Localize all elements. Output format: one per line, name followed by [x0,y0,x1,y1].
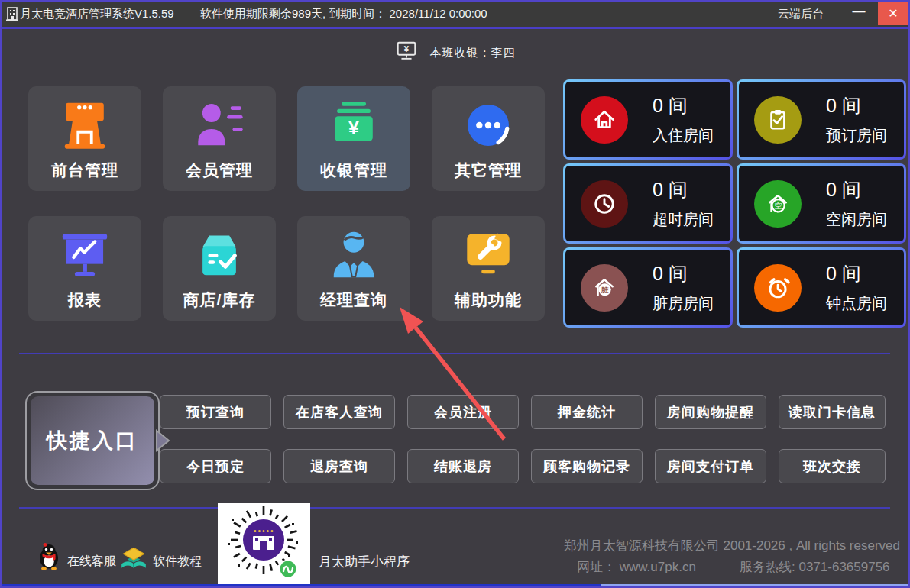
svg-text:空: 空 [775,201,782,209]
manager-icon [327,216,381,289]
status-count: 0 间 [826,261,887,286]
close-button[interactable]: ✕ [878,2,908,25]
alarm-clock-icon [754,264,802,312]
btn-today-reservations[interactable]: 今日预定 [160,449,271,483]
btn-settle-checkout[interactable]: 结账退房 [407,449,519,483]
btn-room-payment-orders[interactable]: 房间支付订单 [655,449,766,483]
status-hourly-rooms[interactable]: 0 间钟点房间 [737,247,906,328]
status-dirty-rooms[interactable]: 脏 0 间脏房房间 [563,247,733,328]
app-logo-icon [5,6,19,24]
hotline-text: 服务热线: 0371-63659756 [740,558,890,576]
tile-front-desk[interactable]: 前台管理 [28,86,141,191]
status-reserved-rooms[interactable]: 0 间预订房间 [737,79,906,160]
status-count: 0 间 [826,177,887,202]
status-label: 空闲房间 [826,209,887,230]
qq-penguin-icon [35,541,63,573]
storefront-icon [58,86,112,160]
divider-bottom [19,507,890,509]
tile-store-inventory[interactable]: 商店/库存 [163,216,276,321]
status-occupied-rooms[interactable]: 0 间入住房间 [563,79,733,160]
clock-icon [581,180,628,228]
quick-buttons-row2: 今日预定 退房查询 结账退房 顾客购物记录 房间支付订单 班次交接 [160,449,886,483]
status-label: 脏房房间 [653,293,714,314]
home-icon [581,96,628,144]
dirty-house-icon: 脏 [581,264,628,312]
btn-reservation-query[interactable]: 预订查询 [160,395,271,429]
titlebar-accent-line [0,27,910,29]
main-menu-grid: 前台管理 会员管理 ¥ 收银管理 其它管理 报表 [28,86,545,321]
hotel-management-window: 月太电竞酒店管理系统V1.5.59 软件使用期限剩余989天, 到期时间： 20… [0,0,910,588]
svg-text:¥: ¥ [348,118,359,138]
btn-checkout-query[interactable]: 退房查询 [283,449,395,483]
title-bar: 月太电竞酒店管理系统V1.5.59 软件使用期限剩余989天, 到期时间： 20… [0,0,910,27]
tile-auxiliary[interactable]: 辅助功能 [432,216,545,321]
tile-label: 报表 [68,289,102,311]
online-service-link[interactable]: 在线客服 [67,554,116,570]
quick-entry-label: 快捷入口 [47,427,138,454]
tile-reports[interactable]: 报表 [28,216,141,321]
member-icon [193,86,246,160]
status-count: 0 间 [653,93,714,118]
btn-shift-handover[interactable]: 班次交接 [779,449,886,483]
status-count: 0 间 [826,93,887,118]
tile-members[interactable]: 会员管理 [163,86,276,191]
tile-label: 会员管理 [186,160,253,181]
quick-buttons-row1: 预订查询 在店客人查询 会员注册 押金统计 房间购物提醒 读取门卡信息 [160,395,886,429]
store-box-icon [193,216,246,289]
quick-entry-pointer [156,427,171,457]
cashier-icon: ¥ [327,86,381,160]
tile-label: 商店/库存 [183,289,256,311]
btn-deposit-stats[interactable]: 押金统计 [531,395,643,429]
tile-label: 其它管理 [455,160,522,181]
status-vacant-rooms[interactable]: 空 0 间空闲房间 [737,163,906,244]
btn-room-shopping-reminder[interactable]: 房间购物提醒 [655,395,766,429]
btn-member-register[interactable]: 会员注册 [407,395,519,429]
btn-customer-purchase-records[interactable]: 顾客购物记录 [531,449,643,483]
tile-manager-query[interactable]: 经理查询 [297,216,410,321]
status-label: 钟点房间 [826,293,887,314]
tile-label: 收银管理 [320,160,387,181]
vacant-house-icon: 空 [754,180,802,228]
cloud-backend-button[interactable]: 云端后台 [778,7,824,21]
status-label: 超时房间 [653,209,714,230]
status-overtime-rooms[interactable]: 0 间超时房间 [563,163,733,244]
tile-other[interactable]: 其它管理 [432,86,545,191]
minimize-button[interactable]: — [844,0,873,26]
status-count: 0 间 [653,261,714,286]
status-label: 预订房间 [826,125,887,146]
cashier-label: 本班收银：李四 [430,46,516,60]
clipboard-check-icon [754,96,802,144]
room-status-grid: 0 间入住房间 0 间预订房间 0 间超时房间 空 0 间空闲房间 脏 0 间脏… [563,79,906,328]
website-text: 网址： www.u7pk.cn [577,558,696,576]
tile-cashier[interactable]: ¥ 收银管理 [297,86,410,191]
svg-text:脏: 脏 [601,285,609,293]
tutorial-link[interactable]: 软件教程 [153,554,202,570]
status-label: 入住房间 [653,125,714,146]
tile-label: 经理查询 [320,289,387,311]
divider-top [19,353,890,354]
report-board-icon [57,216,113,289]
cashier-monitor-icon: ¥ [395,40,418,66]
bottom-taskbar-strip [0,584,910,588]
quick-entry-bubble[interactable]: 快捷入口 [25,391,160,490]
svg-text:¥: ¥ [403,44,409,53]
tile-label: 前台管理 [51,160,118,181]
cashier-header: ¥ 本班收银：李四 [0,40,910,66]
license-expiry-text: 软件使用期限剩余989天, 到期时间： 2028/11/12 0:00:00 [200,7,487,21]
miniprogram-label: 月太助手小程序 [319,553,410,570]
btn-read-door-card[interactable]: 读取门卡信息 [779,395,886,429]
tile-label: 辅助功能 [455,289,522,311]
tutorial-icon [119,545,148,574]
tools-monitor-icon [461,216,515,289]
ellipsis-circle-icon [461,86,515,160]
app-title: 月太电竞酒店管理系统V1.5.59 [20,7,174,21]
status-count: 0 间 [653,177,714,202]
btn-instore-guest-query[interactable]: 在店客人查询 [283,395,395,429]
miniprogram-qr-code [218,503,310,586]
company-copyright: 郑州月太智源科技有限公司 2001-2026 , All rights rese… [564,537,900,554]
